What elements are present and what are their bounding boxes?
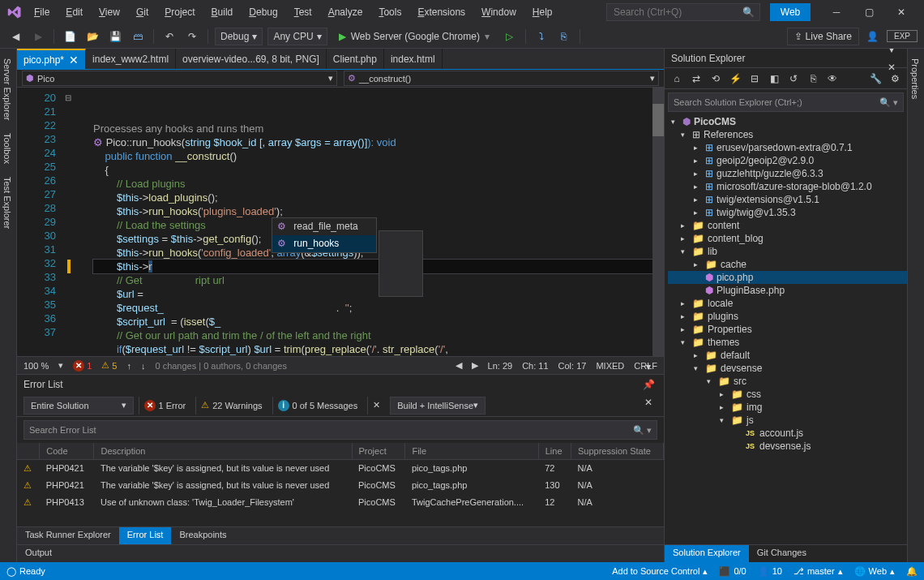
save-button[interactable]: 💾 [106, 28, 124, 45]
maximize-button[interactable]: ▢ [853, 2, 885, 22]
tree-reference[interactable]: ▸⊞ erusev/parsedown-extra@0.7.1 [668, 141, 907, 154]
redo-button[interactable]: ↷ [183, 28, 201, 45]
warning-count[interactable]: ⚠ 5 [101, 360, 117, 371]
menu-project[interactable]: Project [156, 3, 203, 21]
output-tab[interactable]: Output [17, 544, 664, 562]
breadcrumb-member[interactable]: ⚙ __construct() ▾ [344, 71, 659, 86]
tree-item[interactable]: ▸📁 plugins [668, 310, 907, 323]
profile-badge[interactable]: Web [770, 3, 811, 21]
code-content[interactable]: Processes any hooks and runs them⚙ Pico:… [74, 88, 652, 356]
build-filter-dropdown[interactable]: Build + IntelliSense ▾ [390, 397, 486, 415]
tree-item[interactable]: ▾📁 devsense [668, 362, 907, 375]
tree-item[interactable]: JS devsense.js [668, 440, 907, 453]
se-refresh-icon[interactable]: ↺ [785, 70, 802, 88]
tree-item[interactable]: ▸📁 content_blog [668, 232, 907, 245]
menu-file[interactable]: File [26, 3, 58, 21]
solution-tree[interactable]: ▾⬢ PicoCMS▾⊞ References▸⊞ erusev/parsedo… [665, 112, 907, 544]
tree-item[interactable]: ▸📁 css [668, 388, 907, 401]
col-indicator[interactable]: Col: 17 [558, 361, 587, 371]
char-indicator[interactable]: Ch: 11 [522, 361, 548, 371]
nav-fwd-button[interactable]: ▶ [29, 28, 47, 45]
se-filter-icon[interactable]: ⚡ [726, 70, 744, 88]
tree-item[interactable]: ▸📁 Properties [668, 323, 907, 336]
file-tab[interactable]: index_www2.html [86, 49, 176, 69]
warnings-filter[interactable]: ⚠ 22 Warnings [195, 397, 267, 415]
tree-root[interactable]: ▾⬢ PicoCMS [668, 115, 907, 128]
se-switch-icon[interactable]: ⇄ [687, 70, 705, 88]
tree-item[interactable]: ▸📁 default [668, 349, 907, 362]
tree-item[interactable]: ▾📁 js [668, 414, 907, 427]
se-wrench-icon[interactable]: 🔧 [866, 70, 884, 88]
se-collapse-icon[interactable]: ⊟ [746, 70, 764, 88]
global-search[interactable]: 🔍 [606, 3, 760, 21]
add-source-control[interactable]: Add to Source Control ▴ [612, 566, 708, 577]
breadcrumb-class[interactable]: ⬢ Pico ▾ [22, 71, 337, 86]
feedback-button[interactable]: 👤 [864, 28, 882, 45]
messages-filter[interactable]: i 0 of 5 Messages [272, 397, 363, 415]
save-all-button[interactable]: 🗃 [129, 28, 147, 45]
tree-reference[interactable]: ▸⊞ microsoft/azure-storage-blob@1.2.0 [668, 180, 907, 193]
error-row[interactable]: ⚠PHP0413Use of unknown class: 'Twig_Load… [17, 494, 664, 511]
changes-info[interactable]: 0 changes | 0 authors, 0 changes [155, 361, 286, 371]
left-tab-test-explorer[interactable]: Test Explorer [0, 170, 16, 235]
intellisense-item[interactable]: ⚙ read_file_meta [272, 218, 376, 235]
panel-tab-error-list[interactable]: Error List [119, 527, 172, 544]
panel-tab-breakpoints[interactable]: Breakpoints [171, 527, 234, 544]
editor-scrollbar[interactable] [652, 88, 664, 356]
error-count[interactable]: ✕ 1 [73, 360, 92, 372]
tree-reference[interactable]: ▸⊞ twig/twig@v1.35.3 [668, 206, 907, 219]
config-dropdown[interactable]: Debug ▾ [215, 28, 263, 45]
tree-item[interactable]: ▸📁 cache [668, 258, 907, 271]
platform-dropdown[interactable]: Any CPU ▾ [267, 28, 327, 45]
live-share-button[interactable]: ⇪ Live Share [787, 28, 859, 45]
search-input[interactable] [614, 6, 742, 18]
start-without-debug-button[interactable]: ▷ [501, 28, 519, 45]
undo-button[interactable]: ↶ [160, 28, 178, 45]
fold-gutter[interactable]: ⊟ [62, 88, 74, 356]
file-tab[interactable]: overview-video...69, 8 bit, PNG] [176, 49, 327, 69]
menu-test[interactable]: Test [286, 3, 320, 21]
menu-debug[interactable]: Debug [241, 3, 285, 21]
menu-window[interactable]: Window [473, 3, 524, 21]
scope-dropdown[interactable]: Entire Solution ▾ [24, 397, 134, 415]
panel-dropdown-icon[interactable]: ▾ [640, 358, 657, 376]
nav-up-icon[interactable]: ↑ [126, 361, 131, 371]
left-tab-toolbox[interactable]: Toolbox [0, 127, 16, 170]
error-table[interactable]: CodeDescriptionProjectFileLineSuppressio… [17, 443, 664, 526]
open-file-button[interactable]: 📂 [83, 28, 101, 45]
se-home-icon[interactable]: ⌂ [668, 70, 686, 88]
se-search[interactable]: Search Solution Explorer (Ctrl+;) 🔍 ▾ [668, 92, 904, 112]
menu-analyze[interactable]: Analyze [320, 3, 371, 21]
tree-item[interactable]: ▸📁 locale [668, 297, 907, 310]
menu-git[interactable]: Git [128, 3, 156, 21]
tree-reference[interactable]: ▸⊞ guzzlehttp/guzzle@6.3.3 [668, 167, 907, 180]
menu-tools[interactable]: Tools [370, 3, 409, 21]
menu-build[interactable]: Build [203, 3, 242, 21]
encoding-indicator[interactable]: MIXED [596, 361, 624, 371]
tree-item[interactable]: JS account.js [668, 427, 907, 440]
intellisense-popup[interactable]: ⚙ read_file_meta⚙ run_hooks [272, 217, 377, 253]
file-tab[interactable]: pico.php*✕ [17, 49, 86, 69]
new-file-button[interactable]: 📄 [61, 28, 79, 45]
se-show-all-icon[interactable]: ◧ [765, 70, 783, 88]
close-button[interactable]: ✕ [885, 2, 918, 22]
status-branch[interactable]: ⎇ master ▴ [794, 566, 843, 577]
zoom-level[interactable]: 100 % [24, 361, 49, 371]
prev-icon[interactable]: ◀ [456, 360, 462, 371]
menu-view[interactable]: View [91, 3, 128, 21]
se-gear-icon[interactable]: ⚙ [886, 70, 904, 88]
se-dropdown-icon[interactable]: ▾ [883, 49, 900, 58]
clear-filter[interactable]: ✕ [367, 397, 385, 415]
tree-reference[interactable]: ▸⊞ geoip2/geoip2@v2.9.0 [668, 154, 907, 167]
tree-item[interactable]: ▾📁 themes [668, 336, 907, 349]
right-tab-solution-explorer[interactable]: Solution Explorer [665, 545, 749, 562]
tree-item[interactable]: ▾📁 lib [668, 245, 907, 258]
error-row[interactable]: ⚠PHP0421The variable '$key' is assigned,… [17, 477, 664, 494]
se-properties-icon[interactable]: ⎘ [804, 70, 822, 88]
step-button[interactable]: ⤵ [533, 28, 550, 45]
panel-tab-task-runner-explorer[interactable]: Task Runner Explorer [17, 527, 119, 544]
next-icon[interactable]: ▶ [472, 360, 478, 371]
tree-item[interactable]: ▸📁 img [668, 401, 907, 414]
errors-filter[interactable]: ✕ 1 Error [139, 397, 191, 415]
se-preview-icon[interactable]: 👁 [823, 70, 841, 88]
